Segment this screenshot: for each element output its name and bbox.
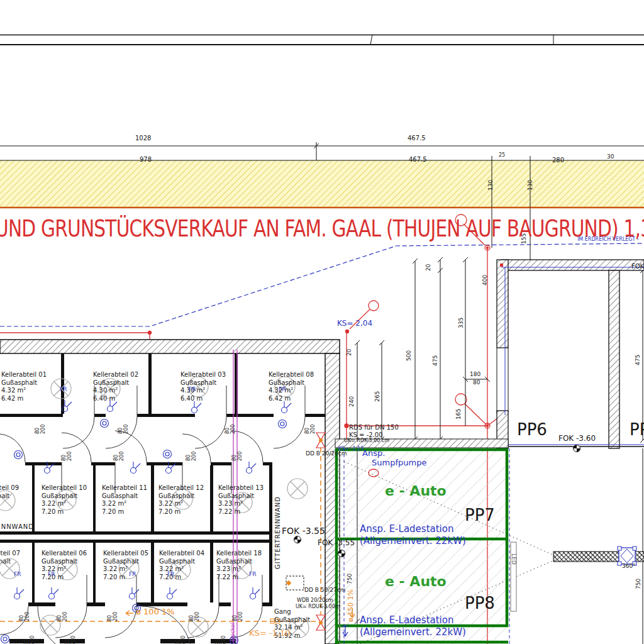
door-dim: 80200 [107, 612, 118, 621]
dim-30: 30 [607, 154, 614, 160]
door-dim: 80200 [225, 425, 236, 434]
fr-marker: FR [48, 572, 55, 577]
dim-467-band: 467.5 [409, 157, 427, 163]
door-dim: 80200 [113, 452, 125, 461]
ks-110-label: KS= -1,10 [249, 629, 290, 637]
door-dim: 80200 [35, 425, 46, 434]
door-dim: 80200 [24, 636, 35, 644]
dim-165: 165 [456, 409, 462, 419]
dim-475-right: 475 [635, 355, 641, 365]
dim-750-right: 750 [636, 579, 641, 589]
dim-467-top: 467.5 [408, 135, 426, 142]
fr-marker: FR [249, 572, 256, 577]
cell-03: Kellerabteil 03Gußasphalt 4.30 m²6.40 m [180, 371, 226, 402]
dim-978: 978 [140, 157, 152, 163]
charge-label-pp7-1: Ansp. E-Ladestation [360, 525, 453, 534]
cell-05: Kellerabteil 05Gußasphalt 3.22 m²7.20 m [103, 550, 148, 581]
fok-cut-label: FOK [631, 264, 644, 270]
dim-80: 80 [473, 380, 480, 386]
dim-335: 335 [458, 318, 464, 328]
door-dim: 80200 [19, 612, 30, 621]
dim-750-left: 750 [347, 574, 353, 584]
fok-360-label: FOK -3.60 [558, 435, 596, 442]
ddb-label-2: DD B 50/27cm [304, 587, 345, 593]
fr-marker: FR [167, 572, 174, 577]
sump-label-1: Ansp. [362, 449, 385, 457]
stall-pp8-label: PP8 [465, 595, 495, 611]
fok-355-label-2: FOK -3.55 [318, 539, 355, 547]
door-dim: 80200 [175, 636, 186, 644]
charge-label-pp7-2: (Allgemeinvert. 22kW) [360, 536, 466, 546]
stall-pp6-label: PP6 [517, 421, 547, 438]
slope-150-label: ø 150 1% [348, 589, 353, 622]
gitter-label-h: GITTERTRENNWAND [0, 524, 34, 530]
door-dim: 80200 [186, 452, 197, 461]
wdb-label: WDB 20/20cm [297, 598, 333, 603]
eauto-label-pp8: e - Auto [385, 575, 447, 589]
fr-marker: FR [129, 572, 136, 577]
camera-360-label: 360° [622, 564, 636, 569]
cell-12: Kellerabteil 12Gußasphalt 3.22 m²7.20 m [158, 484, 204, 516]
yellow-zone-band [0, 160, 644, 208]
stall-pp7-label: PP7 [465, 507, 495, 523]
uk-label: UK= RDUK-3.00m [296, 604, 340, 609]
rds-label-3: UK= ROK-3.00 cm [344, 438, 389, 443]
dim-240: 240 [349, 396, 355, 407]
dim-265: 265 [375, 391, 380, 402]
dim-475: 475 [433, 355, 438, 366]
stall-pp5-label: PP5 [630, 421, 644, 438]
cell-13: Kellerabteil 13Gußasphalt 3.23 m²7.22 m [218, 484, 264, 516]
fr-marker: FR [60, 387, 67, 392]
rds-label-1: RDS für DN 150 [349, 425, 399, 431]
floor-plan-canvas: 1028 467.5 978 467.5 25 280 30 130 130 1… [0, 0, 644, 644]
door-dim: 80200 [189, 612, 200, 621]
fr-marker: FR [279, 387, 286, 392]
cell-09: Kellerabteil 09Gußasphalt 3.22 m²7.20 m [0, 484, 19, 516]
dim-20-a: 20 [347, 349, 352, 356]
cell-08: Kellerabteil 08Gußasphalt 4.32 m²6.42 m [269, 371, 314, 402]
ddb-label-1: DD B 20/26cm [306, 451, 347, 457]
dim-1028: 1028 [135, 135, 151, 142]
cell-10: Kellerabteil 10Gußasphalt 3.22 m²7.20 m [42, 484, 87, 516]
dim-400: 400 [482, 275, 488, 286]
deckel-label: Deckel [230, 623, 236, 641]
sump-label-2: Sumpfpumpe [372, 458, 426, 467]
fr-marker: FR [14, 572, 21, 577]
dim-180: 180 [470, 372, 480, 377]
ks-204-label: KS= 2,04 [337, 319, 372, 327]
dim-20-b: 20 [426, 264, 431, 271]
cell-04: Kellerabteil 04Gußasphalt 3.22 m²7.20 m [159, 550, 204, 581]
sale-note-text: UND GRUNSTÜCKSVERKAUF AN FAM. GAAL (THUJ… [0, 216, 644, 240]
dim-500: 500 [406, 350, 412, 361]
door-dim: 80200 [61, 452, 72, 461]
eauto-label-pp7: e - Auto [385, 484, 447, 498]
charge-label-pp8-1: Ansp. E-Ladestation [360, 616, 453, 625]
door-dim: 80200 [215, 636, 226, 644]
buried-cable-label: IM ERDREICH VERLEGT - [577, 237, 639, 242]
fok-355-label: FOK -3.55 [282, 526, 325, 535]
cell-02: Kellerabteil 02Gußasphalt 4.30 m²6.40 m [93, 371, 138, 402]
door-dim: 80200 [231, 452, 243, 461]
gitter-label-v: GITTERTRENNWAND [275, 496, 280, 569]
cell-11: Kellerabteil 11Gußasphalt 3.22 m²7.20 m [102, 484, 147, 516]
slope-100-label: ø 100 1% [136, 608, 175, 616]
buried-cable-line [0, 243, 644, 326]
dim-280: 280 [552, 157, 564, 164]
fr-marker: FR [189, 387, 196, 392]
sheet-frame [0, 35, 644, 45]
door-dim: 80200 [232, 612, 243, 621]
cell-01: Kellerabteil 01Gußasphalt 4.32 m²6.42 m [1, 371, 47, 402]
charge-label-pp8-2: (Allgemeinvert. 22kW) [360, 628, 466, 637]
dim-130-a: 130 [488, 180, 494, 191]
door-dim: 80200 [65, 636, 76, 644]
door-dim: 80200 [118, 425, 129, 434]
led-label: LED [511, 553, 516, 565]
dim-130-b: 130 [528, 180, 533, 191]
led-fixture [511, 542, 516, 611]
dim-25: 25 [499, 153, 505, 158]
door-dim: 80200 [304, 425, 316, 434]
door-dim: 80200 [57, 612, 68, 621]
plan-linework [0, 0, 644, 644]
